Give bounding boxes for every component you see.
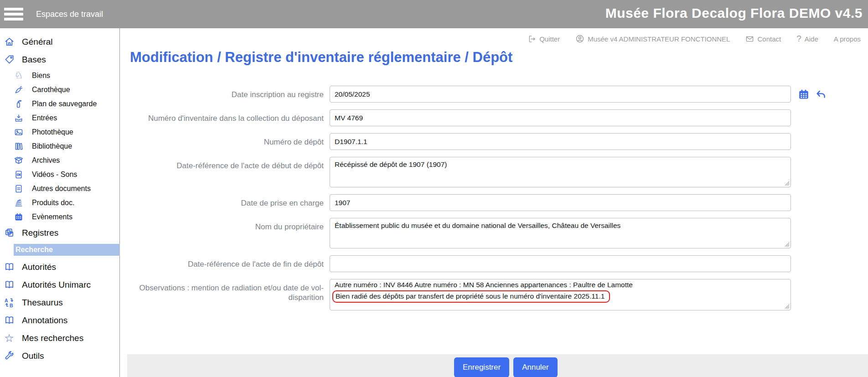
chess-knight-icon: ♘ bbox=[14, 71, 24, 81]
app-title: Musée Flora Decalog Flora DEMO v4.5 bbox=[605, 5, 863, 21]
sidebar-item-recherche-selected[interactable]: Recherche bbox=[14, 244, 120, 256]
footer-action-bar: Enregistrer Annuler bbox=[127, 354, 868, 377]
sidebar-item-bases[interactable]: Bases bbox=[0, 51, 119, 68]
sidebar-item-biens[interactable]: ♘ Biens bbox=[0, 68, 119, 83]
main-content: Quitter Musée v4 ADMINISTRATEUR FONCTION… bbox=[120, 28, 868, 377]
top-bar: Espaces de travail Musée Flora Decalog F… bbox=[0, 0, 868, 28]
envelope-icon bbox=[745, 35, 754, 43]
registers-icon bbox=[4, 227, 15, 238]
field-label: Observations : mention de radiation et/o… bbox=[120, 279, 324, 310]
sidebar-item-thesaurus[interactable]: AB Thesaurus bbox=[0, 294, 119, 311]
tag-icon bbox=[4, 54, 15, 65]
sidebar-item-produits-doc[interactable]: Produits doc. bbox=[0, 196, 119, 210]
sidebar-item-outils[interactable]: Outils bbox=[0, 347, 119, 365]
nom-proprietaire-textarea[interactable]: Établissement public du musée et du doma… bbox=[330, 218, 791, 248]
calendar-picker-icon[interactable] bbox=[798, 88, 810, 103]
date-prise-en-charge-input[interactable] bbox=[330, 194, 791, 211]
sidebar-item-evenements[interactable]: Evènements bbox=[0, 210, 119, 224]
field-label: Nom du propriétaire bbox=[120, 218, 324, 248]
red-highlight-box: Bien radié des dépôts par transfert de p… bbox=[332, 290, 610, 303]
sidebar-item-phototheque[interactable]: Photothèque bbox=[0, 125, 119, 139]
observations-textarea[interactable]: Autre numéro : INV 8446 Autre numéro : M… bbox=[330, 279, 791, 310]
question-mark-icon: ? bbox=[796, 34, 801, 44]
home-icon bbox=[4, 36, 15, 47]
form-row-acte-fin-depot: Date-référence de l'acte de fin de dépôt bbox=[120, 255, 868, 272]
star-icon: ☆ bbox=[4, 333, 15, 344]
form-row-observations: Observations : mention de radiation et/o… bbox=[120, 279, 868, 310]
wrench-icon bbox=[4, 351, 15, 362]
help-link[interactable]: ? Aide bbox=[796, 34, 818, 44]
sidebar-item-general[interactable]: Général bbox=[0, 33, 119, 51]
field-label: Date-référence de l'acte de fin de dépôt bbox=[120, 255, 324, 272]
resize-handle-icon bbox=[785, 304, 790, 309]
resize-handle-icon bbox=[785, 181, 790, 186]
open-box-icon bbox=[14, 155, 24, 165]
page-title: Modification / Registre d'inventaire rég… bbox=[130, 49, 512, 66]
date-inscription-input[interactable] bbox=[330, 86, 791, 103]
paper-stack-icon bbox=[14, 198, 24, 208]
sidebar-item-mes-recherches[interactable]: ☆ Mes recherches bbox=[0, 329, 119, 347]
form-row-date-prise-en-charge: Date de prise en charge bbox=[120, 194, 868, 211]
field-label: Date inscription au registre bbox=[120, 86, 324, 103]
sidebar-item-annotations[interactable]: Annotations bbox=[0, 311, 119, 329]
books-icon bbox=[14, 141, 24, 151]
sidebar-item-autorites-unimarc[interactable]: Autorités Unimarc bbox=[0, 276, 119, 294]
form-row-numero-depot: Numéro de dépôt bbox=[120, 133, 868, 150]
fire-extinguisher-icon bbox=[14, 99, 24, 109]
inbox-download-icon bbox=[14, 113, 24, 123]
core-sample-icon bbox=[14, 85, 24, 95]
hamburger-menu-icon[interactable] bbox=[4, 8, 23, 21]
observations-line-2: Bien radié des dépôts par transfert de p… bbox=[336, 292, 604, 300]
quit-link[interactable]: Quitter bbox=[527, 35, 560, 43]
video-document-icon bbox=[14, 170, 24, 180]
resize-handle-icon bbox=[785, 242, 790, 247]
contact-link[interactable]: Contact bbox=[745, 35, 781, 43]
form-row-numero-inventaire: Numéro d'inventaire dans la collection d… bbox=[120, 109, 868, 126]
sidebar-item-carotheque[interactable]: Carothèque bbox=[0, 83, 119, 97]
form-row-date-inscription: Date inscription au registre bbox=[120, 86, 868, 103]
sidebar-item-registres[interactable]: Registres bbox=[0, 224, 119, 242]
observations-line-1: Autre numéro : INV 8446 Autre numéro : M… bbox=[335, 280, 786, 289]
utility-bar: Quitter Musée v4 ADMINISTRATEUR FONCTION… bbox=[527, 34, 861, 44]
field-label: Date de prise en charge bbox=[120, 194, 324, 211]
sidebar-item-plan-de-sauvegarde[interactable]: Plan de sauvegarde bbox=[0, 97, 119, 111]
sidebar-item-archives[interactable]: Archives bbox=[0, 153, 119, 167]
svg-text:A: A bbox=[4, 298, 8, 303]
field-label: Date-référence de l'acte de début de dép… bbox=[120, 157, 324, 187]
document-icon bbox=[14, 184, 24, 194]
open-book-icon bbox=[4, 315, 15, 326]
svg-text:B: B bbox=[9, 303, 13, 308]
image-icon bbox=[14, 127, 24, 137]
workspace-label[interactable]: Espaces de travail bbox=[36, 10, 103, 19]
edit-form: Date inscription au registre Numéro d'in… bbox=[120, 86, 868, 317]
acte-fin-depot-input[interactable] bbox=[330, 255, 791, 272]
cancel-button[interactable]: Annuler bbox=[513, 357, 558, 377]
current-user[interactable]: Musée v4 ADMINISTRATEUR FONCTIONNEL bbox=[575, 34, 730, 43]
sidebar-item-videos-sons[interactable]: Vidéos - Sons bbox=[0, 167, 119, 181]
sidebar: Général Bases ♘ Biens Carothèque Plan de… bbox=[0, 28, 120, 377]
sidebar-item-autorites[interactable]: Autorités bbox=[0, 258, 119, 276]
form-row-nom-proprietaire: Nom du propriétaire Établissement public… bbox=[120, 218, 868, 248]
calendar-icon bbox=[14, 212, 24, 222]
open-book-icon bbox=[4, 262, 15, 273]
field-label: Numéro de dépôt bbox=[120, 133, 324, 150]
sidebar-item-autres-documents[interactable]: Autres documents bbox=[0, 181, 119, 196]
undo-icon[interactable] bbox=[815, 88, 827, 103]
acte-debut-depot-textarea[interactable]: Récépissé de dépôt de 1907 (1907) bbox=[330, 157, 791, 187]
logout-icon bbox=[527, 35, 536, 43]
save-button[interactable]: Enregistrer bbox=[454, 357, 509, 377]
about-link[interactable]: A propos bbox=[834, 35, 861, 43]
field-label: Numéro d'inventaire dans la collection d… bbox=[120, 109, 324, 126]
form-row-acte-debut-depot: Date-référence de l'acte de début de dép… bbox=[120, 157, 868, 187]
user-icon bbox=[575, 34, 584, 43]
sidebar-item-bibliotheque[interactable]: Bibliothèque bbox=[0, 139, 119, 153]
open-book-icon bbox=[4, 279, 15, 290]
numero-depot-input[interactable] bbox=[330, 133, 791, 150]
numero-inventaire-input[interactable] bbox=[330, 109, 791, 126]
sidebar-item-entrees[interactable]: Entrées bbox=[0, 111, 119, 125]
translate-icon: AB bbox=[4, 297, 15, 308]
